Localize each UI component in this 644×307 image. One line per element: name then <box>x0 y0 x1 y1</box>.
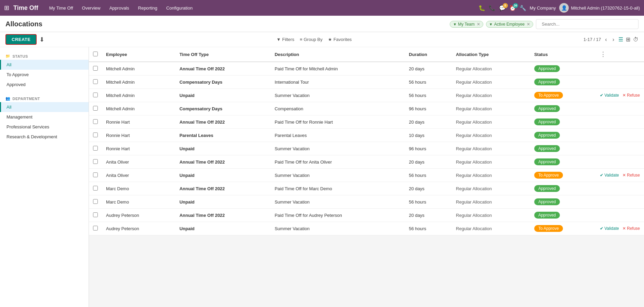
row-checkbox[interactable] <box>93 66 98 71</box>
favorites-button[interactable]: ★ Favorites <box>328 37 352 42</box>
cell-time-off-type[interactable]: Unpaid <box>175 142 271 155</box>
nav-my-time-off[interactable]: My Time Off <box>45 3 77 13</box>
cell-time-off-type[interactable]: Compensatory Days <box>175 102 271 115</box>
bug-icon[interactable]: 🐛 <box>478 5 485 11</box>
cell-allocation-type: Regular Allocation <box>452 142 530 155</box>
row-checkbox[interactable] <box>93 132 98 137</box>
refuse-button[interactable]: ✕ Refuse <box>622 93 640 98</box>
nav-approvals[interactable]: Approvals <box>105 3 133 13</box>
cell-status: Approved <box>530 129 596 142</box>
cell-actions <box>596 142 644 155</box>
cell-time-off-type[interactable]: Parental Leaves <box>175 129 271 142</box>
cell-status: Approved <box>530 209 596 222</box>
cell-description: Summer Vacation <box>271 222 405 235</box>
cell-time-off-type[interactable]: Compensatory Days <box>175 75 271 89</box>
remove-filter-my-team[interactable]: ✕ <box>477 22 480 27</box>
col-more[interactable]: ⋮ <box>596 47 644 62</box>
cell-time-off-type[interactable]: Annual Time Off 2022 <box>175 62 271 75</box>
cell-description: Compensation <box>271 102 405 115</box>
refuse-button[interactable]: ✕ Refuse <box>622 226 640 231</box>
row-checkbox[interactable] <box>93 212 98 217</box>
cell-actions <box>596 75 644 89</box>
validate-button[interactable]: ✔ Validate <box>600 93 619 98</box>
cell-time-off-type[interactable]: Annual Time Off 2022 <box>175 209 271 222</box>
filter-chip-my-team[interactable]: ▼ My Team ✕ <box>450 21 483 28</box>
next-page-button[interactable]: › <box>611 36 616 43</box>
content: 📁 STATUS All To Approve Approved 👥 DEPAR… <box>0 47 644 307</box>
filter-chip-label-2: Active Employee <box>494 22 525 27</box>
row-checkbox[interactable] <box>93 79 98 84</box>
table-row: Mitchell AdminCompensatory DaysCompensat… <box>89 102 644 115</box>
nav-reporting[interactable]: Reporting <box>134 3 161 13</box>
row-checkbox[interactable] <box>93 159 98 164</box>
wrench-icon[interactable]: 🔧 <box>520 5 526 11</box>
cell-status: Approved <box>530 115 596 129</box>
create-button[interactable]: CREATE <box>5 34 37 45</box>
row-actions: ✔ Validate✕ Refuse <box>600 93 640 98</box>
row-checkbox[interactable] <box>93 106 98 111</box>
row-checkbox[interactable] <box>93 199 98 204</box>
cell-description: Parental Leaves <box>271 129 405 142</box>
cell-employee: Mitchell Admin <box>102 89 175 102</box>
filter-funnel-icon-2: ▼ <box>489 22 493 26</box>
row-checkbox[interactable] <box>93 226 98 231</box>
remove-filter-active-employee[interactable]: ✕ <box>527 22 530 27</box>
cell-allocation-type: Regular Allocation <box>452 222 530 235</box>
cell-time-off-type[interactable]: Annual Time Off 2022 <box>175 115 271 129</box>
cell-status: Approved <box>530 142 596 155</box>
cell-time-off-type[interactable]: Annual Time Off 2022 <box>175 155 271 169</box>
cell-time-off-type[interactable]: Annual Time Off 2022 <box>175 182 271 195</box>
row-checkbox[interactable] <box>93 119 98 124</box>
kanban-view-button[interactable]: ⊞ <box>626 36 630 43</box>
nav-overview[interactable]: Overview <box>78 3 105 13</box>
cell-status: To Approve <box>530 89 596 102</box>
sidebar: 📁 STATUS All To Approve Approved 👥 DEPAR… <box>0 47 89 307</box>
download-button[interactable]: ⬇ <box>39 36 44 43</box>
sidebar-status-all[interactable]: All <box>0 60 89 70</box>
groupby-button[interactable]: ≡ Group By <box>300 37 323 42</box>
activity-view-button[interactable]: ⏱ <box>633 37 639 43</box>
sidebar-dept-professional-services[interactable]: Professional Services <box>0 122 89 132</box>
cell-description: Paid Time Off for Anita Oliver <box>271 155 405 169</box>
filters-button[interactable]: ▼ Filters <box>276 37 294 42</box>
cell-employee: Ronnie Hart <box>102 142 175 155</box>
col-description: Description <box>271 47 405 62</box>
cell-description: Paid Time Off for Marc Demo <box>271 182 405 195</box>
row-checkbox[interactable] <box>93 172 98 177</box>
search-input[interactable] <box>539 20 607 28</box>
validate-button[interactable]: ✔ Validate <box>600 226 619 231</box>
clock-icon[interactable]: ⏰ 36 <box>509 5 516 11</box>
prev-page-button[interactable]: ‹ <box>604 36 608 43</box>
sidebar-status-to-approve[interactable]: To Approve <box>0 70 89 80</box>
cell-time-off-type[interactable]: Unpaid <box>175 89 271 102</box>
search-bar[interactable] <box>536 19 639 29</box>
filter-chip-active-employee[interactable]: ▼ Active Employee ✕ <box>486 21 533 28</box>
chat-icon[interactable]: 💬 5 <box>499 5 506 11</box>
cell-duration: 96 hours <box>405 102 452 115</box>
select-all-checkbox[interactable] <box>93 52 98 56</box>
list-view-button[interactable]: ☰ <box>618 36 623 43</box>
nav-configuration[interactable]: Configuration <box>162 3 197 13</box>
sidebar-status-approved[interactable]: Approved <box>0 80 89 89</box>
user-menu[interactable]: 👤 Mitchell Admin (17320762-15-0-all) <box>559 3 640 13</box>
star-icon: ★ <box>328 37 332 42</box>
pagination-text: 1-17 / 17 <box>583 37 601 42</box>
more-options-icon[interactable]: ⋮ <box>600 51 606 58</box>
folder-icon: 📁 <box>5 54 11 58</box>
row-checkbox[interactable] <box>93 93 98 97</box>
row-checkbox[interactable] <box>93 186 98 191</box>
cell-time-off-type[interactable]: Unpaid <box>175 195 271 209</box>
sidebar-dept-management[interactable]: Management <box>0 112 89 122</box>
app-grid-icon[interactable]: ⊞ <box>4 4 9 12</box>
cell-time-off-type[interactable]: Unpaid <box>175 169 271 182</box>
sidebar-dept-all[interactable]: All <box>0 102 89 112</box>
phone-icon[interactable]: 📞 <box>489 5 496 11</box>
validate-button[interactable]: ✔ Validate <box>600 173 619 178</box>
cell-employee: Mitchell Admin <box>102 62 175 75</box>
cell-time-off-type[interactable]: Unpaid <box>175 222 271 235</box>
cell-allocation-type: Regular Allocation <box>452 115 530 129</box>
sidebar-dept-research[interactable]: Research & Development <box>0 132 89 142</box>
cell-status: To Approve <box>530 222 596 235</box>
row-checkbox[interactable] <box>93 146 98 151</box>
refuse-button[interactable]: ✕ Refuse <box>622 173 640 178</box>
